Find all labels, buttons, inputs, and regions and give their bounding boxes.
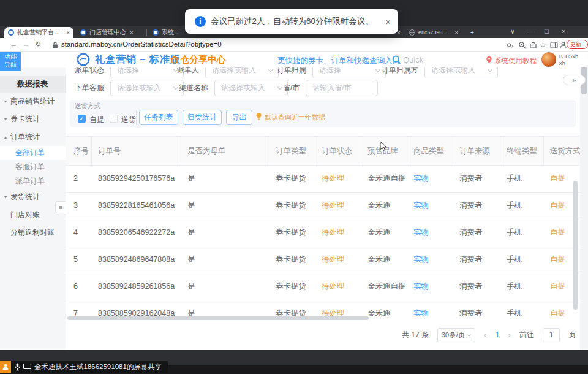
table-row[interactable]: 3 83859228165461056a 是 券卡提货 待处理 金禾通 实物 消… — [66, 193, 580, 219]
sidebar-item-service-orders[interactable]: 客服订单 — [0, 160, 66, 174]
browser-tab-3[interactable]: 系统培训学习 — [149, 27, 186, 38]
tab-search-icon[interactable]: ∨ — [510, 28, 515, 36]
filters-expand-button[interactable]: » — [563, 75, 586, 85]
chevron-down-icon — [467, 332, 471, 336]
window-maximize-button[interactable]: □ — [545, 28, 549, 35]
person-icon — [2, 363, 9, 370]
screen: 礼盒营销平台管理中心 × 门店管理中心 × 系统培训学习 × e8c573980… — [0, 0, 588, 374]
page-size-select[interactable]: 30条/页 — [437, 328, 475, 342]
pickup-checkbox-label[interactable]: 自提 — [89, 115, 104, 125]
table-row[interactable]: 6 83858924859261856a 是 券卡提货 待处理 金禾通自提 实物… — [66, 273, 580, 300]
forward-icon[interactable]: → — [23, 40, 30, 48]
function-nav-toggle[interactable]: 功能 导航 — [0, 52, 21, 71]
sidebar-collapse-handle[interactable]: ≡ — [55, 201, 66, 213]
sidebar-item-dispatch-orders[interactable]: 派单订单 — [0, 174, 66, 188]
sidebar-item-order-stats[interactable]: ▴订单统计 — [0, 128, 66, 146]
cell-goods-type[interactable]: 实物 — [407, 166, 453, 192]
filter-label: 下单客服 — [75, 83, 104, 93]
cell-brand: 金禾通自提 — [361, 166, 407, 192]
tab-close-icon[interactable]: × — [130, 29, 134, 36]
delivery-checkbox[interactable] — [110, 115, 118, 123]
browser-tab-active[interactable]: 礼盒营销平台管理中心 × — [4, 27, 74, 38]
cell-goods-type[interactable]: 实物 — [407, 246, 453, 273]
browser-tab-2[interactable]: 门店管理中心 × — [77, 27, 144, 38]
key-icon[interactable] — [507, 41, 514, 49]
col-header: 订单号 — [92, 137, 181, 165]
table-body: 2 83859294250176576a 是 券卡提货 待处理 金禾通自提 实物… — [66, 166, 580, 316]
side-panel-icon[interactable] — [550, 41, 558, 49]
cell-goods-type[interactable]: 实物 — [407, 300, 453, 316]
tutorial-link[interactable]: 系统使用教程 — [494, 56, 537, 66]
bookmark-star-icon[interactable]: ☆ — [540, 40, 546, 49]
current-page[interactable]: 1 — [496, 330, 500, 339]
page-scrollbar[interactable] — [580, 52, 588, 350]
tab-close-icon[interactable]: × — [66, 29, 70, 36]
category-stats-button[interactable]: 归类统计 — [183, 110, 222, 125]
sidebar-item-product-sales[interactable]: ▾商品销售统计 — [0, 93, 66, 110]
sidebar-item-distribution-rebate[interactable]: 分销返利对账 — [0, 224, 66, 242]
site-favicon — [8, 29, 14, 36]
chevron-up-icon: ▴ — [4, 128, 7, 146]
filter-label: 省/市 — [283, 83, 300, 93]
site-favicon — [80, 29, 86, 36]
pagination: 共 17 条 30条/页 ‹ 1 › 前往 1 页 — [66, 327, 576, 342]
cell-order-type: 券卡提货 — [270, 273, 315, 300]
table-row[interactable]: 4 83859206546922272a 是 券卡提货 待处理 金禾通 实物 消… — [66, 219, 580, 246]
tab-close-icon[interactable]: × — [454, 29, 458, 36]
cell-goods-type[interactable]: 实物 — [407, 193, 453, 219]
table-row[interactable]: 5 83858924869647808a 是 券卡提货 待处理 金禾通 实物 消… — [66, 246, 580, 273]
pickup-checkbox[interactable]: ✓ — [78, 115, 86, 123]
export-button[interactable]: 导出 — [226, 110, 252, 125]
total-count: 共 17 条 — [402, 330, 429, 340]
filter-order-agent: 下单客服 请选择或输入 — [75, 80, 184, 96]
window-close-button[interactable]: × — [562, 28, 565, 35]
cell-no: 2 — [66, 166, 92, 192]
province-city-input[interactable]: 请输入省/市 — [306, 80, 378, 96]
chevron-down-icon: ▾ — [4, 93, 7, 110]
col-header: 送货方式 — [544, 137, 580, 165]
cell-status: 待处理 — [315, 273, 361, 300]
col-header: 订单来源 — [453, 137, 500, 165]
chevron-down-icon: ▾ — [4, 110, 7, 128]
col-header: 序号 — [66, 137, 92, 165]
cell-source: 消费者 — [453, 273, 500, 300]
app-logo — [77, 53, 90, 66]
quick-label[interactable]: Quick — [403, 55, 423, 64]
profile-icon[interactable] — [559, 41, 567, 49]
screen-icon — [23, 364, 31, 370]
table-row[interactable]: 7 83858859029162048a 是 券卡提货 待处理 金禾通 实物 消… — [66, 300, 580, 316]
cell-goods-type[interactable]: 实物 — [407, 219, 453, 246]
channel-name-select[interactable]: 请选择或输入 — [214, 80, 288, 96]
sidebar-item-all-orders[interactable]: 全部订单 — [0, 146, 66, 160]
task-list-button[interactable]: 任务列表 — [139, 110, 178, 125]
zoom-icon[interactable] — [518, 41, 526, 49]
prev-page-button[interactable]: ‹ — [484, 330, 487, 340]
goto-page-input[interactable]: 1 — [543, 328, 560, 342]
share-icon[interactable] — [529, 41, 537, 49]
browser-tab-4[interactable]: e8c573980b1328a258fd2e6f8 × — [405, 27, 462, 38]
user-avatar[interactable] — [541, 52, 556, 67]
next-page-button[interactable]: › — [508, 330, 511, 340]
col-header: 终端类型 — [500, 137, 544, 165]
chevron-down-icon — [375, 67, 380, 72]
delivery-checkbox-label[interactable]: 送货 — [121, 115, 136, 125]
new-tab-button[interactable]: + — [467, 27, 475, 38]
table-row[interactable]: 2 83859294250176576a 是 券卡提货 待处理 金禾通自提 实物… — [66, 166, 580, 193]
plus-icon: + — [470, 29, 474, 36]
horizontal-scrollbar[interactable] — [67, 316, 369, 320]
order-agent-select[interactable]: 请选择或输入 — [110, 80, 184, 96]
share-center-link[interactable]: 仓分享中心 — [180, 54, 226, 66]
vertical-scrollbar[interactable] — [573, 181, 578, 310]
back-icon[interactable]: ← — [10, 40, 17, 48]
reload-icon[interactable]: ↻ — [35, 40, 41, 48]
cell-status: 待处理 — [315, 166, 361, 192]
browser-update-button[interactable]: 更新 ⋮ — [567, 40, 588, 49]
cell-goods-type[interactable]: 实物 — [407, 273, 453, 300]
screen-share-toast[interactable]: 金禾通技术王斌18662591081的屏幕共享 — [0, 361, 168, 373]
user-name: 8385xh — [559, 53, 578, 59]
quick-search-icon[interactable] — [392, 55, 401, 64]
window-minimize-button[interactable]: — — [527, 28, 534, 35]
sidebar-item-coupon-stats[interactable]: ▾券卡统计 — [0, 110, 66, 128]
notification-close-icon[interactable]: × — [385, 17, 391, 27]
url-text[interactable]: standard.maboy.cn/OrderStatisticsDetail?… — [61, 40, 222, 48]
